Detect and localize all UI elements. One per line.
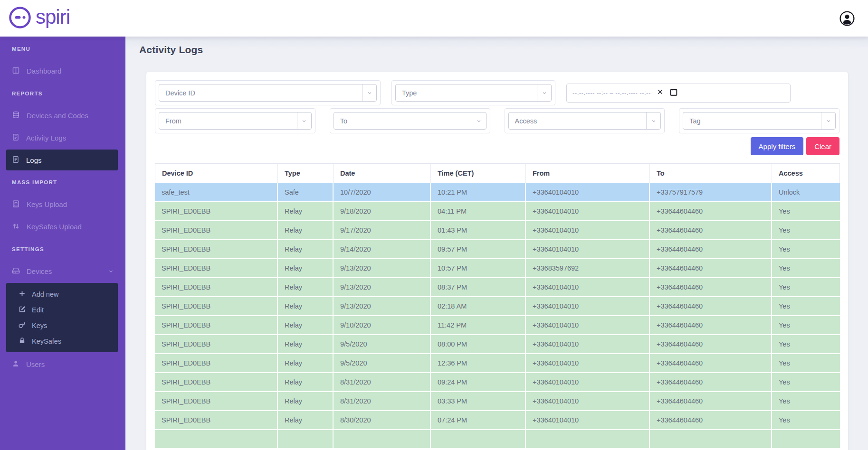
column-header-time[interactable]: Time (CET) (431, 163, 526, 183)
cell-time: 08:00 PM (431, 335, 526, 354)
column-header-access[interactable]: Access (772, 163, 840, 183)
submenu-item-keysafes[interactable]: KeySafes (6, 333, 118, 349)
brand-name: spiri (36, 7, 70, 27)
tag-filter: Tag (679, 108, 839, 133)
submenu-item-keys[interactable]: Keys (6, 318, 118, 333)
sidebar-item-label: Dashboard (27, 67, 61, 75)
cell-to: +33644604460 (650, 411, 772, 430)
table-row-partial[interactable] (155, 430, 840, 449)
cell-device-id (155, 430, 278, 449)
sidebar-item-keysafes-upload[interactable]: KeySafes Upload (0, 216, 125, 238)
file-text-icon (12, 133, 19, 142)
table-row[interactable]: SPIRI_ED0EBBRelay9/18/202004:11 PM+33640… (155, 202, 840, 221)
table-row[interactable]: SPIRI_ED0EBBRelay8/31/202003:33 PM+33640… (155, 392, 840, 411)
sidebar-item-keys-upload[interactable]: Keys Upload (0, 193, 125, 216)
to-select[interactable]: To (334, 112, 486, 130)
cell-from: +33640104010 (526, 392, 650, 411)
sidebar-item-label: Activity Logs (26, 134, 66, 142)
table-row[interactable]: safe_testSafe10/7/202010:21 PM+336401040… (155, 183, 840, 202)
cell-type: Relay (278, 411, 334, 430)
cell-time: 02:18 AM (431, 297, 526, 316)
cell-from: +33640104010 (526, 202, 650, 221)
user-icon (12, 360, 19, 369)
clear-x-icon[interactable] (657, 88, 664, 97)
tag-select[interactable]: Tag (683, 112, 836, 130)
apply-filters-button[interactable]: Apply filters (751, 137, 804, 155)
to-filter: To (330, 108, 490, 133)
date-range-input[interactable]: --.--.---- --:-- – --.--.---- --:-- (566, 84, 791, 103)
column-header-to[interactable]: To (650, 163, 772, 183)
cell-date (334, 430, 431, 449)
cell-to: +33644604460 (650, 354, 772, 373)
table-row[interactable]: SPIRI_ED0EBBRelay9/13/202002:18 AM+33640… (155, 297, 840, 316)
user-avatar-icon[interactable] (839, 11, 855, 26)
cell-to: +33644604460 (650, 373, 772, 392)
sidebar-item-users[interactable]: Users (0, 353, 125, 375)
chevron-down-icon[interactable] (362, 84, 376, 101)
column-header-from[interactable]: From (526, 163, 650, 183)
chevron-down-icon[interactable] (821, 112, 835, 129)
cell-device-id: SPIRI_ED0EBB (155, 335, 278, 354)
table-row[interactable]: SPIRI_ED0EBBRelay9/13/202008:37 PM+33640… (155, 278, 840, 297)
table-row[interactable]: SPIRI_ED0EBBRelay9/10/202011:42 PM+33640… (155, 316, 840, 335)
column-header-date[interactable]: Date (334, 163, 431, 183)
table-row[interactable]: SPIRI_ED0EBBRelay9/17/202001:43 PM+33640… (155, 221, 840, 240)
activity-logs-table: Device ID Type Date Time (CET) From To A… (155, 163, 840, 449)
cell-time: 11:42 PM (431, 316, 526, 335)
cell-access: Yes (772, 240, 840, 259)
sidebar-item-label: Keys Upload (27, 200, 67, 208)
database-icon (12, 111, 20, 121)
sidebar-item-activity-logs[interactable]: Activity Logs (0, 127, 125, 149)
access-select[interactable]: Access (508, 112, 661, 130)
type-select[interactable]: Type (395, 84, 552, 102)
from-filter: From (155, 108, 315, 133)
cell-to: +33757917579 (650, 183, 772, 202)
column-header-type[interactable]: Type (278, 163, 334, 183)
sidebar-item-logs[interactable]: Logs (6, 150, 118, 170)
cell-time (431, 430, 526, 449)
cell-date: 9/5/2020 (334, 335, 431, 354)
cell-type: Relay (278, 354, 334, 373)
sidebar-item-devices[interactable]: Devices (0, 260, 125, 282)
chevron-down-icon[interactable] (297, 112, 311, 129)
sidebar-heading-menu: MENU (0, 38, 125, 60)
topbar: spiri (0, 0, 868, 37)
chevron-down-icon[interactable] (537, 84, 551, 101)
sidebar-item-dashboard[interactable]: Dashboard (0, 60, 125, 82)
table-row[interactable]: SPIRI_ED0EBBRelay8/31/202009:24 PM+33640… (155, 373, 840, 392)
brand-logo[interactable]: spiri (9, 6, 70, 31)
calendar-icon[interactable] (669, 88, 678, 98)
table-row[interactable]: SPIRI_ED0EBBRelay9/13/202010:57 PM+33683… (155, 259, 840, 278)
table-row[interactable]: SPIRI_ED0EBBRelay9/5/202012:36 PM+336401… (155, 354, 840, 373)
cell-device-id: SPIRI_ED0EBB (155, 221, 278, 240)
table-row[interactable]: SPIRI_ED0EBBRelay8/30/202007:24 PM+33640… (155, 411, 840, 430)
chevron-down-icon[interactable] (472, 112, 486, 129)
cell-type: Relay (278, 259, 334, 278)
cell-device-id: safe_test (155, 183, 278, 202)
cell-device-id: SPIRI_ED0EBB (155, 297, 278, 316)
submenu-item-edit[interactable]: Edit (6, 302, 118, 318)
filter-buttons: Apply filters Clear (155, 137, 839, 155)
submenu-item-add-new[interactable]: Add new (6, 286, 118, 302)
sidebar-item-devices-and-codes[interactable]: Devices and Codes (0, 104, 125, 127)
access-placeholder: Access (509, 117, 647, 125)
from-select[interactable]: From (159, 112, 312, 130)
cell-to: +33644604460 (650, 335, 772, 354)
table-row[interactable]: SPIRI_ED0EBBRelay9/5/202008:00 PM+336401… (155, 335, 840, 354)
column-header-device-id[interactable]: Device ID (155, 163, 278, 183)
tag-placeholder: Tag (683, 117, 821, 125)
type-filter: Type (391, 80, 555, 105)
chevron-down-icon[interactable] (646, 112, 660, 129)
to-placeholder: To (334, 117, 472, 125)
device-id-select[interactable]: Device ID (159, 84, 377, 102)
submenu-item-label: KeySafes (32, 338, 61, 345)
cell-access: Yes (772, 221, 840, 240)
cell-time: 10:57 PM (431, 259, 526, 278)
sidebar-item-label: Devices (27, 267, 52, 275)
cell-access: Yes (772, 354, 840, 373)
clear-button[interactable]: Clear (806, 137, 839, 155)
cell-access: Yes (772, 392, 840, 411)
cell-to: +33644604460 (650, 259, 772, 278)
table-row[interactable]: SPIRI_ED0EBBRelay9/14/202009:57 PM+33640… (155, 240, 840, 259)
cell-access: Yes (772, 202, 840, 221)
